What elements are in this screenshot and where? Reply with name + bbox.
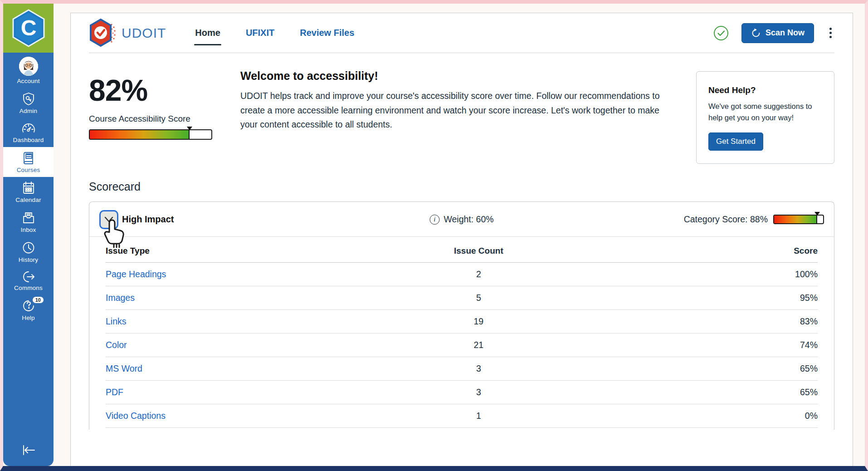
sidebar-item-label: Commons xyxy=(14,285,43,291)
sidebar-item-label: Help xyxy=(22,314,35,321)
course-score-value: 82% xyxy=(89,73,216,108)
sidebar-collapse-button[interactable] xyxy=(3,437,54,466)
svg-text:C: C xyxy=(20,16,36,40)
category-score-meter-marker xyxy=(814,212,820,216)
book-icon xyxy=(22,151,35,165)
col-issue-count: Issue Count xyxy=(366,246,591,256)
sidebar-item-calendar[interactable]: Calendar xyxy=(3,177,54,207)
course-score-meter xyxy=(89,129,212,140)
issue-count: 21 xyxy=(366,340,591,350)
table-row: Color 21 74% xyxy=(106,334,818,357)
get-started-button[interactable]: Get Started xyxy=(708,132,763,151)
course-score-label: Course Accessibility Score xyxy=(89,114,216,124)
table-row: Page Headings 2 100% xyxy=(106,263,818,286)
sidebar-item-label: Courses xyxy=(17,167,40,173)
udoit-panel: UDOIT Home UFIXIT Review Files Scan Now xyxy=(70,13,853,466)
issue-count: 3 xyxy=(366,363,591,374)
issues-table-header: Issue Type Issue Count Score xyxy=(106,240,818,263)
sidebar-item-label: History xyxy=(19,256,38,263)
issue-count: 19 xyxy=(366,316,591,327)
udoit-brand: UDOIT xyxy=(89,18,166,48)
issue-score: 65% xyxy=(592,387,818,397)
col-issue-type: Issue Type xyxy=(106,246,366,256)
sidebar-item-help[interactable]: 10 Help xyxy=(3,295,54,325)
table-row: Images 5 95% xyxy=(106,286,818,310)
table-row: MS Word 3 65% xyxy=(106,357,818,381)
canvas-hexagon-icon: C xyxy=(11,9,46,48)
overview-section: 82% Course Accessibility Score Welcome t… xyxy=(89,53,834,168)
welcome-block: Welcome to accessibility! UDOIT helps tr… xyxy=(240,69,672,164)
scan-now-label: Scan Now xyxy=(766,28,805,38)
issue-type-link[interactable]: Color xyxy=(106,340,127,350)
course-score-meter-fill xyxy=(90,130,190,139)
issue-score: 65% xyxy=(592,363,818,374)
issue-type-link[interactable]: PDF xyxy=(106,387,123,397)
tab-review-files[interactable]: Review Files xyxy=(299,25,355,41)
issue-score: 100% xyxy=(592,269,818,280)
sidebar-item-label: Account xyxy=(17,78,39,84)
sidebar-item-label: Dashboard xyxy=(13,137,44,143)
udoit-header: UDOIT Home UFIXIT Review Files Scan Now xyxy=(89,13,834,53)
tab-ufixit[interactable]: UFIXIT xyxy=(245,25,275,41)
issue-score: 74% xyxy=(592,340,818,350)
inbox-icon xyxy=(22,211,35,225)
sidebar-spacer xyxy=(3,325,54,437)
app-layout: C Account xyxy=(3,4,865,466)
scan-now-button[interactable]: Scan Now xyxy=(741,23,814,43)
issue-score: 83% xyxy=(592,316,818,327)
canvas-sidebar: C Account xyxy=(3,4,54,466)
tab-home[interactable]: Home xyxy=(194,25,221,41)
sidebar-item-courses[interactable]: Courses xyxy=(3,147,54,177)
issue-count: 3 xyxy=(366,387,591,397)
sidebar-item-commons[interactable]: Commons xyxy=(3,267,54,295)
tab-bar: Home UFIXIT Review Files xyxy=(194,25,355,41)
rescan-icon xyxy=(751,28,761,38)
clock-icon xyxy=(22,241,35,255)
welcome-body: UDOIT helps track and improve your cours… xyxy=(240,89,672,132)
expand-category-button[interactable] xyxy=(99,210,118,229)
header-actions: Scan Now xyxy=(713,23,834,43)
issue-type-link[interactable]: MS Word xyxy=(106,363,142,373)
welcome-title: Welcome to accessibility! xyxy=(240,69,672,83)
scorecard-header: High Impact i Weight: 60% Category Score… xyxy=(89,202,834,236)
issue-type-link[interactable]: Images xyxy=(106,293,135,303)
info-icon[interactable]: i xyxy=(429,215,439,225)
issue-type-link[interactable]: Links xyxy=(106,316,127,326)
need-help-card: Need Help? We've got some suggestions to… xyxy=(696,71,834,164)
issue-count: 5 xyxy=(366,293,591,303)
shield-key-icon xyxy=(22,92,35,106)
sidebar-item-label: Admin xyxy=(20,108,37,114)
sidebar-item-label: Calendar xyxy=(15,196,41,203)
course-score-meter-marker xyxy=(187,127,192,130)
sidebar-item-inbox[interactable]: Inbox xyxy=(3,207,54,237)
udoit-logo-icon xyxy=(89,18,117,48)
sidebar-item-dashboard[interactable]: Dashboard xyxy=(3,118,54,147)
issue-score: 95% xyxy=(592,293,818,303)
category-score: Category Score: 88% xyxy=(684,214,824,225)
calendar-icon xyxy=(22,181,35,195)
weight-label: Weight: 60% xyxy=(444,214,493,225)
avatar xyxy=(19,57,38,76)
issue-score: 0% xyxy=(592,411,818,421)
table-row: PDF 3 65% xyxy=(106,381,818,404)
overflow-menu-button[interactable] xyxy=(827,25,834,41)
brand-title: UDOIT xyxy=(122,25,166,41)
sidebar-item-admin[interactable]: Admin xyxy=(3,88,54,118)
canvas-logo[interactable]: C xyxy=(3,4,54,53)
issue-count: 1 xyxy=(366,411,591,421)
issue-type-link[interactable]: Page Headings xyxy=(106,269,166,279)
chevron-down-icon xyxy=(104,216,113,223)
need-help-title: Need Help? xyxy=(708,85,822,95)
scan-complete-check-icon xyxy=(713,25,729,41)
col-score: Score xyxy=(592,246,818,256)
issues-table: Issue Type Issue Count Score Page Headin… xyxy=(89,236,834,430)
category-score-meter-fill xyxy=(774,216,817,223)
issue-type-link[interactable]: Video Captions xyxy=(106,411,166,421)
table-row: Video Captions 1 0% xyxy=(106,404,818,428)
category-score-label: Category Score: 88% xyxy=(684,214,768,225)
sidebar-item-history[interactable]: History xyxy=(3,237,54,267)
sidebar-item-account[interactable]: Account xyxy=(3,53,54,88)
category-name: High Impact xyxy=(122,214,174,225)
arrow-exit-icon xyxy=(21,271,36,283)
scorecard-section-title: Scorecard xyxy=(89,180,834,193)
